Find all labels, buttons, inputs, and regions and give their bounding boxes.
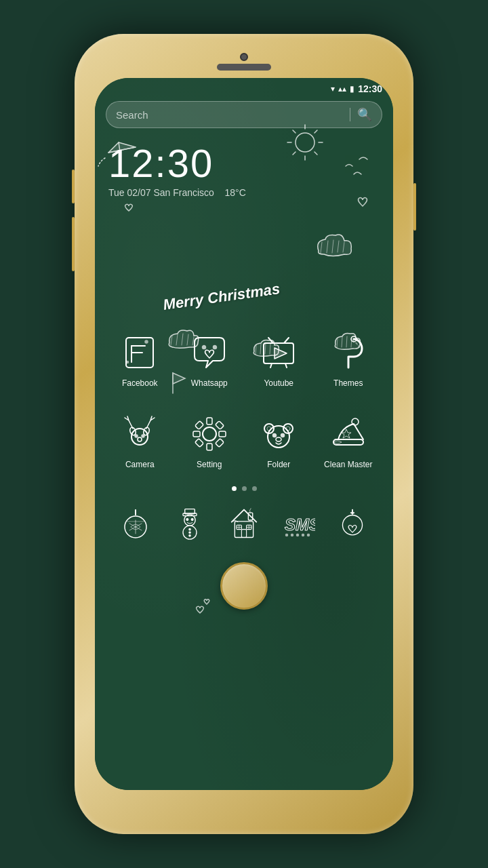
svg-point-69: [276, 437, 281, 441]
volume-down-button[interactable]: [72, 217, 75, 271]
svg-point-47: [131, 429, 148, 445]
app-item-cleanmaster[interactable]: Clean Master: [317, 412, 380, 469]
svg-line-41: [268, 338, 273, 343]
svg-rect-59: [215, 420, 224, 429]
svg-rect-57: [219, 431, 226, 437]
search-icon[interactable]: 🔍: [357, 107, 372, 122]
svg-line-8: [293, 130, 296, 133]
svg-point-101: [302, 534, 304, 536]
home-button[interactable]: [220, 562, 268, 610]
whatsapp-icon: [187, 330, 231, 374]
speaker: [217, 64, 271, 71]
svg-line-16: [343, 242, 344, 252]
svg-point-87: [189, 534, 190, 536]
svg-rect-61: [215, 438, 224, 447]
ornament1-icon: [117, 505, 155, 542]
app-item-setting[interactable]: Setting: [178, 412, 241, 469]
svg-text:SMS: SMS: [285, 515, 315, 534]
home-button-area: [95, 552, 393, 623]
youtube-label: Youtube: [264, 378, 293, 388]
search-input[interactable]: [116, 109, 343, 121]
page-dot-3[interactable]: [252, 486, 257, 491]
svg-point-99: [291, 534, 293, 536]
setting-label: Setting: [197, 460, 222, 469]
house-icon: [226, 505, 263, 542]
page-dot-1[interactable]: [232, 486, 237, 491]
svg-point-86: [189, 532, 190, 533]
youtube-icon: [257, 330, 301, 374]
svg-rect-54: [207, 418, 212, 425]
svg-point-36: [145, 340, 148, 343]
signal-icon: ▴▴: [338, 84, 346, 94]
svg-marker-43: [274, 348, 287, 359]
camera-icon: [118, 412, 162, 456]
svg-point-39: [213, 345, 216, 349]
svg-point-100: [297, 534, 299, 536]
battery-icon: ▮: [350, 84, 354, 94]
search-divider: [350, 108, 350, 121]
app-item-themes[interactable]: Themes: [317, 330, 380, 388]
sms-icon: SMS: [280, 505, 317, 542]
status-time: 12:30: [358, 83, 382, 94]
page-dot-2[interactable]: [242, 486, 247, 491]
ornament2-icon: [334, 505, 371, 542]
svg-point-102: [308, 534, 310, 536]
dock-item-ornament1[interactable]: [117, 505, 155, 542]
app-item-folder[interactable]: 20 Folder: [247, 412, 310, 469]
snowman-icon: [171, 505, 209, 542]
app-item-whatsapp[interactable]: Whatsapp: [178, 330, 241, 388]
facebook-label: Facebook: [122, 378, 158, 388]
bottom-dock: SMS: [95, 498, 393, 552]
app-item-youtube[interactable]: Youtube: [247, 330, 310, 388]
svg-rect-56: [193, 431, 200, 437]
dock-item-snowman[interactable]: [171, 505, 209, 542]
dock-item-ornament2[interactable]: [334, 505, 371, 542]
app-item-camera[interactable]: Camera: [108, 412, 171, 469]
dock-item-sms[interactable]: SMS: [280, 505, 317, 542]
dock-item-house[interactable]: [226, 505, 263, 542]
page-dots: [95, 486, 393, 491]
cleanmaster-label: Clean Master: [324, 460, 372, 469]
front-camera: [240, 53, 248, 61]
svg-rect-55: [207, 443, 212, 450]
folder-label: Folder: [267, 460, 290, 469]
themes-icon: [326, 330, 370, 374]
svg-point-52: [142, 435, 144, 437]
themes-label: Themes: [333, 378, 363, 388]
status-bar: ▾ ▴▴ ▮ 12:30: [95, 78, 393, 97]
svg-point-37: [127, 361, 129, 363]
svg-rect-90: [241, 529, 246, 537]
clock-widget: 12:30 Tue 02/07 San Francisco 18°C: [95, 134, 393, 201]
svg-line-13: [327, 241, 328, 253]
svg-rect-71: [333, 439, 363, 445]
svg-point-53: [203, 427, 216, 441]
svg-point-51: [135, 435, 138, 437]
svg-point-72: [352, 418, 359, 425]
app-item-facebook[interactable]: Facebook: [108, 330, 171, 388]
svg-point-38: [202, 345, 205, 349]
clock-date: Tue 02/07 San Francisco 18°C: [108, 187, 380, 198]
app-grid-row1: Facebook: [95, 323, 393, 395]
svg-point-85: [189, 528, 190, 530]
volume-up-button[interactable]: [72, 170, 75, 203]
svg-point-82: [186, 518, 188, 520]
svg-rect-58: [195, 420, 203, 429]
whatsapp-label: Whatsapp: [191, 378, 228, 388]
wifi-icon: ▾: [331, 84, 335, 94]
phone-screen: ▾ ▴▴ ▮ 12:30 🔍 12:30 Tue 02/07 San Franc…: [95, 78, 393, 790]
phone-frame: ▾ ▴▴ ▮ 12:30 🔍 12:30 Tue 02/07 San Franc…: [75, 34, 413, 834]
svg-point-67: [273, 433, 277, 437]
svg-line-14: [332, 240, 333, 253]
svg-point-83: [191, 518, 193, 520]
greeting-text: Merry Christmas: [162, 280, 281, 314]
svg-line-9: [314, 130, 317, 133]
app-grid-row2: Camera: [95, 405, 393, 476]
cleanmaster-icon: [326, 412, 370, 456]
folder-icon: 20: [257, 412, 301, 456]
facebook-icon: [118, 330, 162, 374]
home-screen: ▾ ▴▴ ▮ 12:30 🔍 12:30 Tue 02/07 San Franc…: [95, 78, 393, 790]
search-bar[interactable]: 🔍: [106, 101, 382, 128]
power-button[interactable]: [413, 183, 416, 231]
svg-point-50: [138, 437, 142, 441]
setting-icon: [187, 412, 231, 456]
